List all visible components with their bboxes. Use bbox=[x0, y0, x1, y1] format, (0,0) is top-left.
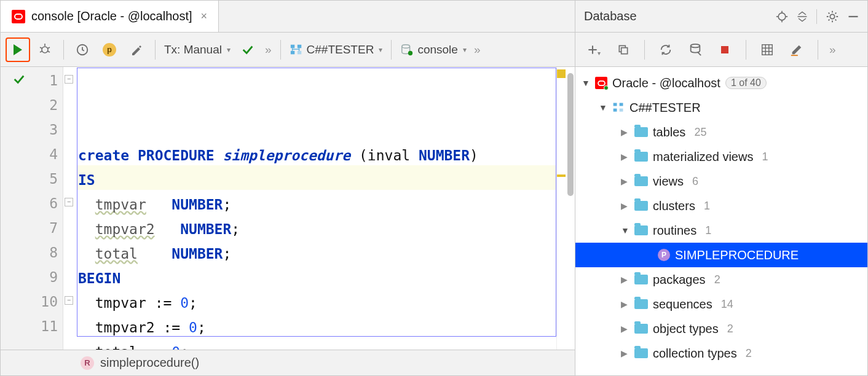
scroll-thumb[interactable] bbox=[567, 73, 574, 196]
code-line[interactable]: IS bbox=[77, 165, 556, 190]
line-number: 2 bbox=[1, 92, 58, 116]
code-line[interactable]: tmpvar2 NUMBER; bbox=[77, 214, 556, 239]
oracle-icon bbox=[12, 10, 25, 23]
svg-rect-9 bbox=[297, 44, 301, 48]
folder-node[interactable]: ▶views6 bbox=[575, 169, 867, 194]
chevron-down-icon[interactable]: ▼ bbox=[599, 103, 607, 112]
add-datasource-button[interactable]: ▾ bbox=[582, 37, 606, 62]
editor-tab[interactable]: console [Oracle - @localhost] × bbox=[1, 1, 219, 32]
tx-mode-dropdown[interactable]: Tx: Manual ▾ bbox=[162, 43, 233, 57]
svg-point-15 bbox=[402, 44, 410, 48]
tree-count: 1 bbox=[705, 224, 711, 237]
code-line[interactable]: tmpvar2 := 0; bbox=[77, 313, 556, 337]
tree-badge: 1 of 40 bbox=[725, 77, 767, 89]
svg-point-23 bbox=[830, 14, 834, 18]
folder-node-routines[interactable]: ▼routines1 bbox=[575, 218, 867, 243]
svg-rect-39 bbox=[620, 103, 623, 106]
tree-label: materialized views bbox=[653, 150, 753, 164]
fold-column[interactable]: −−− bbox=[63, 67, 77, 350]
commit-button[interactable] bbox=[235, 37, 260, 62]
target-icon[interactable] bbox=[776, 10, 788, 23]
svg-point-1 bbox=[42, 47, 48, 53]
table-view-button[interactable] bbox=[755, 37, 779, 62]
marker-column bbox=[556, 67, 566, 350]
edit-button[interactable] bbox=[784, 37, 809, 62]
refresh-button[interactable] bbox=[653, 37, 678, 62]
collapse-icon[interactable] bbox=[797, 11, 808, 22]
status-check-icon bbox=[1, 67, 37, 92]
chevron-right-icon[interactable]: ▶ bbox=[621, 299, 629, 309]
schema-icon bbox=[612, 101, 625, 114]
db-toolbar: ▾ » bbox=[575, 33, 867, 67]
filter-button[interactable] bbox=[683, 37, 708, 62]
folder-icon bbox=[634, 201, 648, 211]
hide-icon[interactable] bbox=[848, 11, 859, 22]
breadcrumb[interactable]: simpleprocedure() bbox=[100, 356, 199, 370]
session-label: console bbox=[417, 43, 458, 57]
svg-rect-37 bbox=[598, 80, 605, 85]
chevron-right-icon[interactable]: ▶ bbox=[621, 275, 629, 284]
tree-count: 1 bbox=[704, 200, 710, 213]
folder-icon bbox=[634, 299, 648, 309]
db-tree[interactable]: ▼Oracle - @localhost1 of 40▼C##TESTER▶ta… bbox=[575, 67, 867, 375]
fold-toggle[interactable]: − bbox=[65, 296, 73, 305]
chevron-down-icon: ▾ bbox=[379, 45, 382, 54]
chevron-right-icon[interactable]: ▶ bbox=[621, 324, 629, 334]
more-button[interactable]: » bbox=[262, 43, 274, 57]
close-icon[interactable]: × bbox=[201, 10, 208, 23]
more-button[interactable]: » bbox=[471, 43, 483, 57]
code-area[interactable]: create PROCEDURE simpleprocedure (inval … bbox=[77, 67, 556, 350]
folder-node[interactable]: ▶materialized views1 bbox=[575, 144, 867, 169]
chevron-right-icon[interactable]: ▶ bbox=[621, 348, 629, 358]
code-line[interactable]: tmpvar := 0; bbox=[77, 288, 556, 313]
svg-rect-11 bbox=[297, 50, 301, 54]
tree-count: 2 bbox=[746, 347, 752, 360]
run-button[interactable] bbox=[6, 37, 30, 62]
datasource-icon bbox=[400, 43, 414, 57]
folder-icon bbox=[634, 275, 648, 284]
svg-rect-38 bbox=[614, 103, 617, 106]
chevron-right-icon[interactable]: ▶ bbox=[621, 127, 629, 137]
session-dropdown[interactable]: console ▾ bbox=[398, 43, 469, 57]
settings-button[interactable] bbox=[124, 37, 149, 62]
folder-node[interactable]: ▶packages2 bbox=[575, 267, 867, 292]
duplicate-button[interactable] bbox=[611, 37, 636, 62]
svg-rect-31 bbox=[762, 44, 773, 55]
tree-label: SIMPLEPROCEDURE bbox=[675, 248, 799, 262]
history-button[interactable] bbox=[70, 37, 95, 62]
tree-label: packages bbox=[653, 273, 706, 287]
more-button[interactable]: » bbox=[827, 43, 838, 57]
procedure-node[interactable]: ▶PSIMPLEPROCEDURE bbox=[575, 243, 867, 267]
fold-toggle[interactable]: − bbox=[65, 75, 73, 84]
folder-node[interactable]: ▶clusters1 bbox=[575, 194, 867, 218]
code-line[interactable]: BEGIN bbox=[77, 264, 556, 288]
folder-node[interactable]: ▶collection types2 bbox=[575, 341, 867, 366]
tree-label: views bbox=[653, 174, 684, 189]
chevron-down-icon[interactable]: ▼ bbox=[582, 78, 590, 88]
warning-marker bbox=[557, 69, 566, 78]
chevron-right-icon[interactable]: ▶ bbox=[621, 201, 629, 211]
debug-button[interactable] bbox=[33, 37, 57, 62]
svg-point-29 bbox=[691, 44, 700, 47]
explain-button[interactable]: p bbox=[97, 37, 122, 62]
scrollbar[interactable] bbox=[566, 67, 575, 350]
folder-node[interactable]: ▶object types2 bbox=[575, 316, 867, 341]
code-editor[interactable]: 1234567891011 −−− create PROCEDURE simpl… bbox=[1, 67, 575, 350]
tree-label: tables bbox=[653, 125, 685, 139]
chevron-right-icon[interactable]: ▶ bbox=[621, 152, 629, 162]
folder-node[interactable]: ▶tables25 bbox=[575, 120, 867, 144]
code-line[interactable]: tmpvar NUMBER; bbox=[77, 190, 556, 214]
schema-node[interactable]: ▼C##TESTER bbox=[575, 95, 867, 120]
code-line[interactable]: create PROCEDURE simpleprocedure (inval … bbox=[77, 141, 556, 165]
schema-dropdown[interactable]: C##TESTER ▾ bbox=[287, 43, 385, 57]
chevron-down-icon[interactable]: ▼ bbox=[621, 225, 629, 235]
stop-button[interactable] bbox=[712, 37, 737, 62]
chevron-right-icon[interactable]: ▶ bbox=[621, 176, 629, 186]
datasource-node[interactable]: ▼Oracle - @localhost1 of 40 bbox=[575, 71, 867, 95]
tree-count: 2 bbox=[727, 323, 733, 335]
fold-toggle[interactable]: − bbox=[65, 198, 73, 206]
code-line[interactable]: total NUMBER; bbox=[77, 239, 556, 264]
folder-node[interactable]: ▶sequences14 bbox=[575, 292, 867, 316]
line-gutter: 1234567891011 bbox=[1, 67, 63, 350]
gear-icon[interactable] bbox=[826, 10, 839, 23]
